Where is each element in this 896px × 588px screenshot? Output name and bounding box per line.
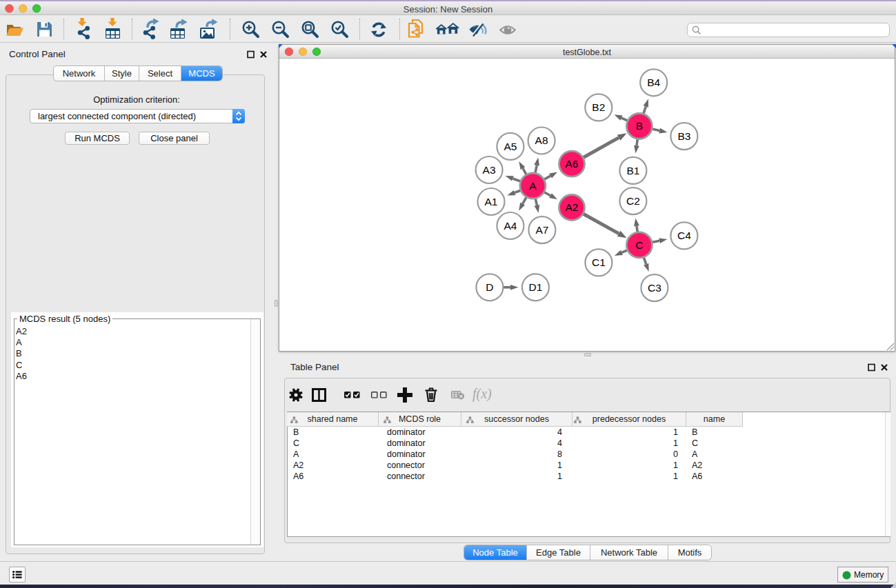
svg-text:B2: B2	[592, 101, 605, 113]
svg-text:A5: A5	[504, 141, 517, 152]
svg-text:A7: A7	[535, 224, 548, 236]
svg-text:A: A	[529, 180, 537, 192]
svg-text:C1: C1	[592, 256, 606, 268]
svg-text:D: D	[486, 281, 493, 293]
svg-text:A6: A6	[566, 158, 579, 170]
svg-text:A8: A8	[535, 134, 548, 146]
svg-text:D1: D1	[528, 281, 542, 293]
svg-text:B: B	[636, 120, 643, 132]
svg-text:C: C	[635, 239, 643, 251]
svg-text:A2: A2	[566, 201, 579, 213]
svg-text:A1: A1	[485, 196, 498, 207]
svg-text:C4: C4	[677, 230, 691, 241]
svg-text:C3: C3	[648, 282, 661, 294]
svg-text:B1: B1	[626, 165, 639, 176]
svg-text:A3: A3	[483, 164, 496, 176]
svg-text:B3: B3	[677, 130, 690, 142]
svg-text:B4: B4	[647, 77, 660, 88]
svg-text:A4: A4	[504, 220, 517, 232]
svg-text:C2: C2	[626, 195, 640, 207]
